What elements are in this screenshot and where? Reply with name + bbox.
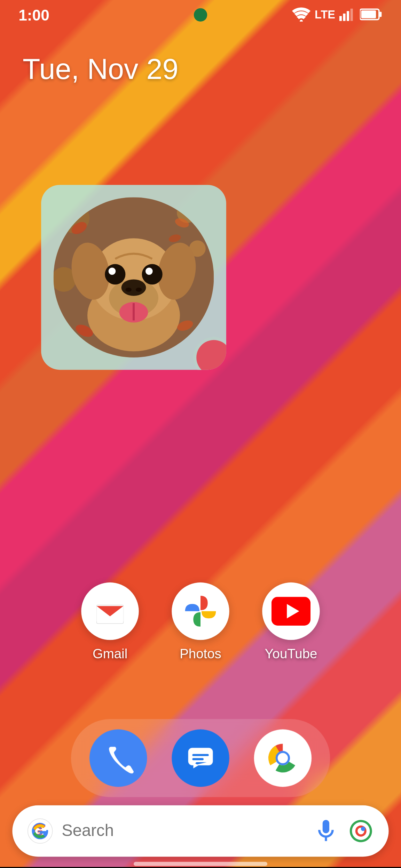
svg-point-27 [146, 267, 153, 275]
svg-point-23 [136, 288, 142, 292]
dock [71, 719, 330, 797]
messages-icon [185, 743, 216, 774]
svg-rect-42 [192, 754, 209, 756]
status-time: 1:00 [18, 6, 49, 23]
svg-point-22 [125, 288, 132, 292]
svg-rect-6 [379, 12, 382, 17]
svg-point-48 [278, 753, 288, 763]
date-display: Tue, Nov 29 [23, 54, 178, 87]
svg-rect-7 [361, 10, 376, 18]
search-bar[interactable]: G G [12, 805, 388, 857]
youtube-app[interactable]: YouTube [262, 582, 320, 661]
svg-point-21 [121, 279, 146, 296]
photos-label: Photos [180, 646, 221, 661]
camera-dot [194, 8, 207, 22]
lens-icon[interactable] [347, 818, 374, 844]
photos-app[interactable]: Photos [172, 582, 229, 661]
microphone-icon[interactable] [313, 818, 339, 844]
phone-app[interactable] [89, 729, 147, 787]
youtube-icon-svg [272, 597, 310, 626]
svg-point-25 [142, 264, 163, 284]
svg-rect-1 [339, 16, 342, 21]
svg-rect-43 [192, 758, 203, 760]
battery-icon [360, 7, 383, 22]
svg-point-26 [109, 267, 116, 275]
dog-photo [54, 197, 214, 357]
chrome-icon [264, 740, 301, 777]
gmail-clean [92, 593, 128, 629]
signal-icon [339, 7, 356, 22]
wifi-icon [292, 7, 310, 22]
lte-icon: LTE [315, 8, 335, 21]
status-icons: LTE [292, 7, 383, 22]
phone-icon [103, 743, 134, 774]
svg-rect-2 [343, 14, 345, 21]
search-input[interactable] [62, 805, 304, 857]
google-g-icon: G G [27, 818, 54, 844]
youtube-icon[interactable] [262, 582, 320, 640]
app-row: Gmail Photos YouTube [0, 582, 401, 661]
chrome-app[interactable] [254, 729, 312, 787]
gmail-label: Gmail [93, 646, 127, 661]
dog-widget[interactable] [41, 185, 226, 370]
dog-illustration [54, 197, 214, 357]
svg-point-0 [300, 20, 303, 22]
nav-bar [0, 861, 401, 867]
photos-icon[interactable] [172, 582, 229, 640]
svg-rect-4 [351, 9, 353, 21]
gmail-icon[interactable] [81, 582, 139, 640]
youtube-label: YouTube [265, 646, 317, 661]
nav-pill [134, 862, 267, 866]
gmail-app[interactable]: Gmail [81, 582, 139, 661]
photos-icon-svg [181, 592, 220, 630]
svg-point-54 [361, 827, 365, 831]
svg-rect-3 [347, 11, 349, 21]
svg-point-24 [105, 264, 125, 284]
messages-app[interactable] [172, 729, 229, 787]
record-button[interactable] [193, 337, 226, 370]
